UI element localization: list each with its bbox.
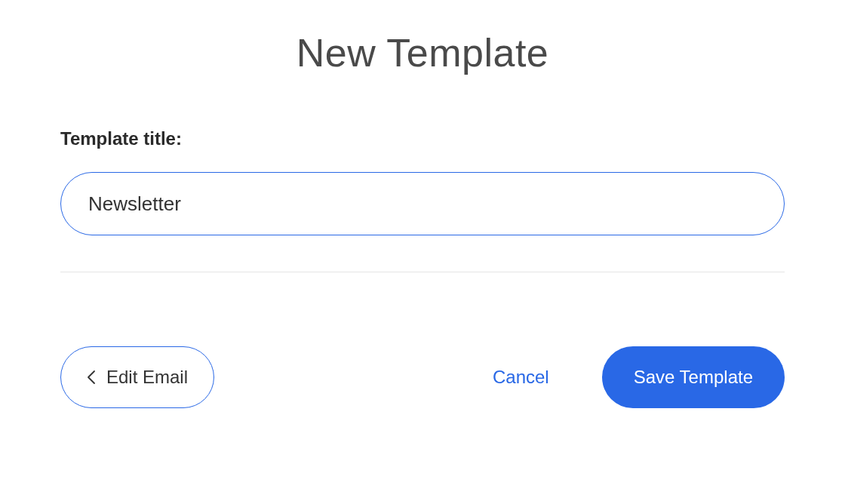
save-template-button[interactable]: Save Template [602,346,785,408]
edit-email-button[interactable]: Edit Email [60,346,214,408]
edit-email-label: Edit Email [106,367,188,388]
save-template-label: Save Template [634,367,753,388]
action-row: Edit Email Cancel Save Template [60,346,785,408]
cancel-button[interactable]: Cancel [478,346,564,408]
new-template-panel: New Template Template title: Edit Email … [0,0,845,438]
chevron-left-icon [87,370,96,385]
right-action-group: Cancel Save Template [478,346,785,408]
cancel-label: Cancel [493,367,549,388]
page-title: New Template [60,30,785,75]
template-title-input[interactable] [60,172,785,235]
divider [60,272,785,272]
template-title-label: Template title: [60,128,785,149]
